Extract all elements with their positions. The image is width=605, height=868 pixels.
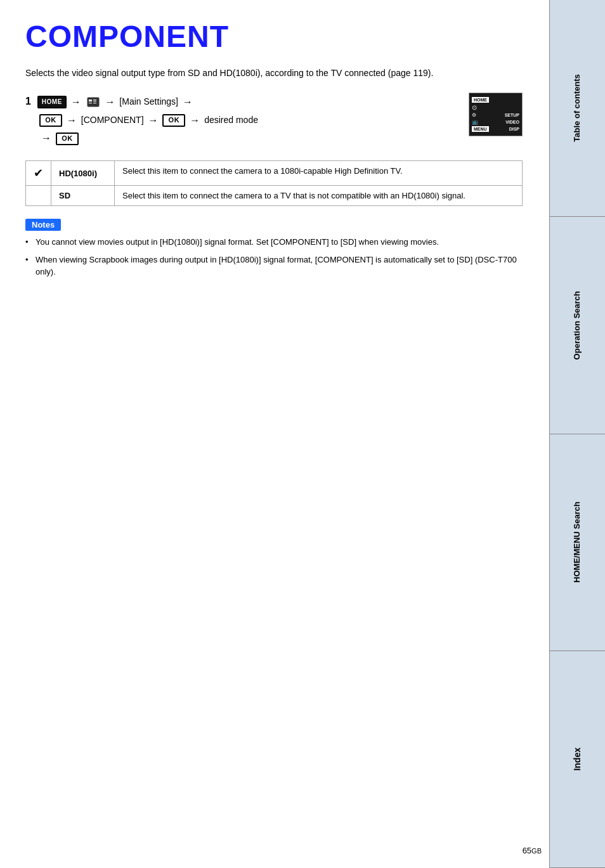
instruction-block: 1 HOME → → [Main Settings] → OK →	[25, 93, 523, 148]
menu-video-label: VIDEO	[505, 120, 519, 124]
sidebar-tab-toc-label: Table of contents	[572, 74, 583, 142]
menu-home-icon: HOME	[472, 97, 489, 103]
check-icon-cell: ✔	[26, 161, 51, 186]
arrow-icon-4: →	[67, 112, 77, 130]
table-row: ✔ HD(1080i) Select this item to connect …	[26, 161, 523, 186]
sidebar-tab-toc[interactable]: Table of contents	[549, 0, 605, 217]
arrow-icon-5: →	[148, 112, 158, 130]
sidebar-tab-home-menu-label: HOME/MENU Search	[572, 502, 583, 583]
main-content: COMPONENT Selects the video signal outpu…	[0, 0, 548, 310]
page-title: COMPONENT	[25, 19, 523, 54]
menu-row-home: HOME	[472, 97, 519, 103]
arrow-icon: →	[71, 93, 81, 112]
ok-button-2: OK	[162, 114, 185, 127]
svg-rect-2	[93, 100, 96, 100]
svg-rect-3	[93, 101, 96, 101]
list-item: You cannot view movies output in [HD(108…	[25, 236, 523, 249]
sidebar-tab-index[interactable]: Index	[549, 651, 605, 868]
menu-menu-icon: MENU	[472, 126, 489, 132]
menu-row-menu: MENU DISP	[472, 126, 519, 132]
home-button-icon: HOME	[37, 96, 67, 108]
page-num-value: 65	[523, 846, 531, 855]
arrow-icon-3: →	[183, 93, 193, 112]
options-table: ✔ HD(1080i) Select this item to connect …	[25, 160, 523, 206]
step-number: 1	[25, 96, 31, 107]
option-desc-sd: Select this item to connect the camera t…	[115, 186, 523, 206]
menu-setup-label: SETUP	[505, 113, 519, 117]
menu-row-settings: ⚙ SETUP	[472, 112, 519, 118]
arrow-icon-7: →	[41, 129, 51, 148]
ok-button-1: OK	[39, 114, 62, 127]
notes-label: Notes	[25, 219, 61, 231]
svg-rect-0	[88, 98, 99, 107]
checkmark-icon: ✔	[34, 167, 43, 179]
instruction-steps: 1 HOME → → [Main Settings] → OK →	[25, 93, 456, 148]
table-row: SD Select this item to connect the camer…	[26, 186, 523, 206]
option-desc-hd: Select this item to connect the camera t…	[115, 161, 523, 186]
no-check-cell	[26, 186, 51, 206]
component-label: [COMPONENT]	[81, 115, 144, 125]
arrow-icon-6: →	[190, 112, 200, 130]
list-item: When viewing Scrapbook images during out…	[25, 254, 523, 278]
sidebar-tab-operation[interactable]: Operation Search	[549, 217, 605, 434]
option-name-sd: SD	[51, 186, 115, 206]
svg-rect-4	[89, 103, 92, 103]
sidebar-tab-index-label: Index	[571, 748, 583, 771]
page-number: 65GB	[523, 846, 542, 855]
step-part-3: → OK	[39, 133, 79, 143]
intro-text: Selects the video signal output type fro…	[25, 67, 523, 80]
svg-rect-1	[89, 100, 92, 101]
arrow-icon-2: →	[105, 93, 115, 112]
right-sidebar: Table of contents Operation Search HOME/…	[549, 0, 605, 868]
notes-list: You cannot view movies output in [HD(108…	[25, 236, 523, 278]
desired-mode-label: desired mode	[204, 115, 258, 125]
menu-row-circle: ⊙	[472, 104, 519, 111]
svg-rect-5	[93, 103, 96, 103]
menu-disp-label: DISP	[509, 127, 519, 131]
notes-section: Notes You cannot view movies output in […	[25, 219, 523, 278]
ok-button-3: OK	[56, 133, 79, 145]
sidebar-tab-operation-label: Operation Search	[572, 291, 583, 360]
page-suffix: GB	[531, 847, 542, 855]
settings-icon	[87, 96, 100, 108]
step-part-2: OK → [COMPONENT] → OK → desired mode	[39, 115, 258, 125]
main-settings-label: [Main Settings]	[119, 96, 178, 107]
camera-menu-illustration: HOME ⊙ ⚙ SETUP 📺 VIDEO MENU DISP	[469, 93, 523, 136]
sidebar-tab-home-menu[interactable]: HOME/MENU Search	[549, 434, 605, 651]
option-name-hd: HD(1080i)	[51, 161, 115, 186]
menu-row-video: 📺 VIDEO	[472, 119, 519, 125]
